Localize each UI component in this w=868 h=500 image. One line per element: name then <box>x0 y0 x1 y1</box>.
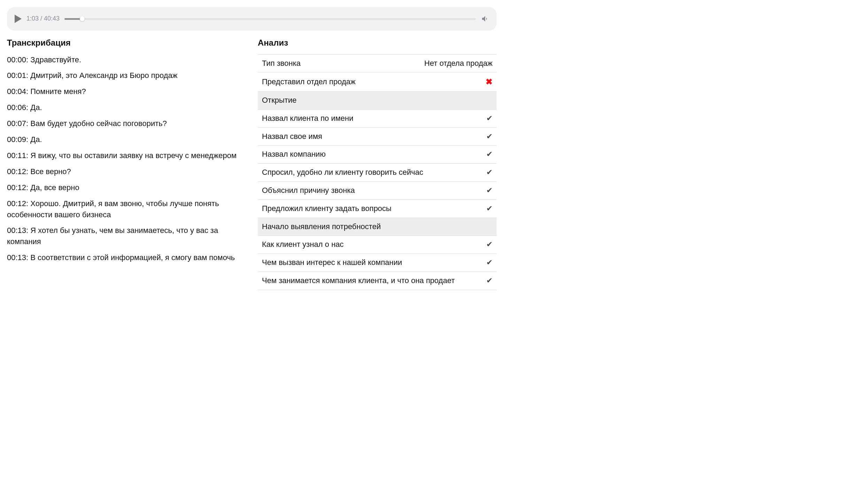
transcript-line: 00:11: Я вижу, что вы оставили заявку на… <box>7 150 244 161</box>
analysis-row: Чем вызван интерес к нашей компании✔ <box>258 254 497 272</box>
analysis-row: Спросил, удобно ли клиенту говорить сейч… <box>258 164 497 182</box>
check-icon: ✔ <box>486 275 493 286</box>
check-icon: ✔ <box>486 257 493 268</box>
audio-track-fill <box>64 18 81 20</box>
analysis-row: Назвал компанию✔ <box>258 146 497 164</box>
check-icon: ✔ <box>486 113 493 124</box>
audio-track-bg <box>64 18 476 20</box>
analysis-row-label: Назвал клиента по имени <box>262 113 486 124</box>
volume-icon[interactable] <box>481 15 489 23</box>
transcript-body: 00:00: Здравствуйте.00:01: Дмитрий, это … <box>7 54 244 263</box>
transcript-line: 00:04: Помните меня? <box>7 86 244 97</box>
analysis-title: Анализ <box>258 37 497 49</box>
analysis-body: Тип звонкаНет отдела продажПредставил от… <box>258 54 497 290</box>
page: 1:03 / 40:43 Транскрибация 00:00: Здравс… <box>0 7 504 297</box>
transcript-line: 00:12: Все верно? <box>7 166 244 177</box>
check-icon: ✔ <box>486 167 493 178</box>
analysis-row: Представил отдел продаж✖ <box>258 72 497 92</box>
transcript-title: Транскрибация <box>7 37 244 49</box>
transcript-column: Транскрибация 00:00: Здравствуйте.00:01:… <box>7 37 244 290</box>
analysis-row: Предложил клиенту задать вопросы✔ <box>258 200 497 218</box>
transcript-line: 00:09: Да. <box>7 134 244 145</box>
check-icon: ✔ <box>486 239 493 250</box>
check-icon: ✔ <box>486 149 493 160</box>
analysis-column: Анализ Тип звонкаНет отдела продажПредст… <box>258 37 497 290</box>
analysis-row: Как клиент узнал о нас✔ <box>258 236 497 254</box>
transcript-line: 00:12: Хорошо. Дмитрий, я вам звоню, что… <box>7 198 244 220</box>
analysis-row: Чем занимается компания клиента, и что о… <box>258 272 497 290</box>
transcript-line: 00:06: Да. <box>7 102 244 113</box>
audio-thumb[interactable] <box>80 16 85 21</box>
transcript-line: 00:13: В соответствии с этой информацией… <box>7 252 244 263</box>
analysis-row-label: Начало выявления потребностей <box>262 221 493 232</box>
content-columns: Транскрибация 00:00: Здравствуйте.00:01:… <box>0 37 504 297</box>
analysis-row-label: Предложил клиенту задать вопросы <box>262 203 486 214</box>
transcript-line: 00:12: Да, все верно <box>7 182 244 193</box>
audio-time: 1:03 / 40:43 <box>26 14 60 23</box>
analysis-row: Назвал клиента по имени✔ <box>258 110 497 128</box>
analysis-row-value: Нет отдела продаж <box>424 58 493 69</box>
analysis-row-label: Чем занимается компания клиента, и что о… <box>262 275 486 286</box>
analysis-row-label: Объяснил причину звонка <box>262 185 486 196</box>
analysis-row-label: Тип звонка <box>262 58 424 69</box>
analysis-row-label: Чем вызван интерес к нашей компании <box>262 257 486 268</box>
analysis-row-label: Представил отдел продаж <box>262 77 486 87</box>
analysis-row-label: Назвал компанию <box>262 149 486 160</box>
check-icon: ✔ <box>486 203 493 214</box>
transcript-line: 00:13: Я хотел бы узнать, чем вы занимае… <box>7 225 244 247</box>
analysis-row: Назвал свое имя✔ <box>258 128 497 146</box>
transcript-line: 00:07: Вам будет удобно сейчас поговорит… <box>7 118 244 129</box>
analysis-row: Объяснил причину звонка✔ <box>258 182 497 200</box>
analysis-row-label: Как клиент узнал о нас <box>262 239 486 250</box>
transcript-line: 00:01: Дмитрий, это Александр из Бюро пр… <box>7 70 244 81</box>
audio-progress-track[interactable] <box>64 18 476 20</box>
analysis-row-label: Открытие <box>262 95 493 106</box>
analysis-section-header: Начало выявления потребностей <box>258 218 497 236</box>
check-icon: ✔ <box>486 185 493 196</box>
analysis-row-label: Спросил, удобно ли клиенту говорить сейч… <box>262 167 486 178</box>
check-icon: ✔ <box>486 131 493 142</box>
play-icon[interactable] <box>15 15 22 23</box>
cross-icon: ✖ <box>486 76 493 88</box>
analysis-row: Тип звонкаНет отдела продаж <box>258 54 497 73</box>
audio-player: 1:03 / 40:43 <box>7 7 497 31</box>
analysis-section-header: Открытие <box>258 92 497 110</box>
analysis-row-label: Назвал свое имя <box>262 131 486 142</box>
transcript-line: 00:00: Здравствуйте. <box>7 54 244 65</box>
